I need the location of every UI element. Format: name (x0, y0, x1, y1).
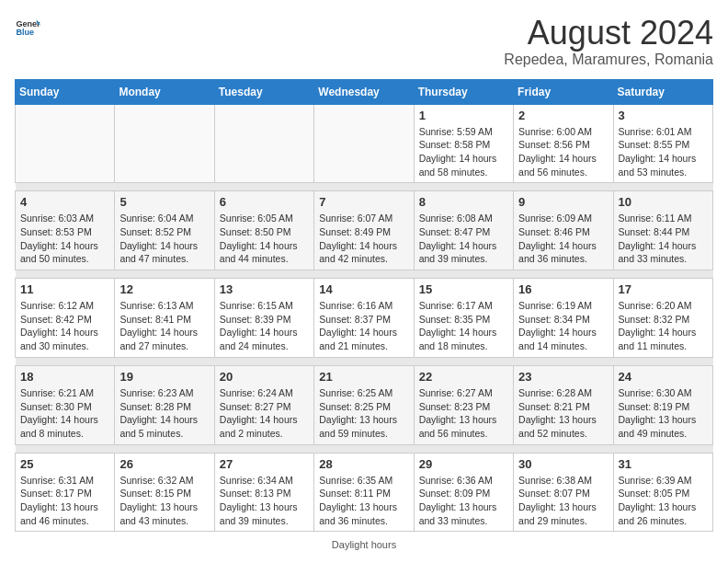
day-info: Sunrise: 6:20 AM Sunset: 8:32 PM Dayligh… (619, 299, 708, 353)
day-info: Sunrise: 6:36 AM Sunset: 8:09 PM Dayligh… (419, 474, 508, 528)
calendar-cell-3: 3Sunrise: 6:01 AM Sunset: 8:55 PM Daylig… (613, 104, 712, 183)
calendar-cell-10: 10Sunrise: 6:11 AM Sunset: 8:44 PM Dayli… (613, 191, 712, 270)
day-info: Sunrise: 6:09 AM Sunset: 8:46 PM Dayligh… (518, 212, 608, 266)
day-number: 11 (20, 282, 109, 296)
calendar-cell-empty (16, 104, 115, 183)
day-info: Sunrise: 6:13 AM Sunset: 8:41 PM Dayligh… (119, 299, 209, 353)
day-info: Sunrise: 6:32 AM Sunset: 8:15 PM Dayligh… (119, 474, 209, 528)
calendar-cell-6: 6Sunrise: 6:05 AM Sunset: 8:50 PM Daylig… (214, 191, 313, 270)
day-info: Sunrise: 6:35 AM Sunset: 8:11 PM Dayligh… (319, 474, 408, 528)
week-separator (16, 444, 713, 453)
day-info: Sunrise: 6:25 AM Sunset: 8:25 PM Dayligh… (319, 386, 408, 441)
week-separator (16, 357, 713, 365)
day-info: Sunrise: 6:34 AM Sunset: 8:13 PM Dayligh… (220, 474, 309, 528)
day-number: 5 (119, 195, 209, 209)
day-info: Sunrise: 6:17 AM Sunset: 8:35 PM Dayligh… (419, 299, 508, 353)
logo-icon: General Blue (15, 15, 40, 40)
day-info: Sunrise: 6:30 AM Sunset: 8:19 PM Dayligh… (619, 386, 708, 441)
day-number: 2 (518, 109, 608, 122)
day-number: 23 (518, 370, 608, 384)
day-info: Sunrise: 6:08 AM Sunset: 8:47 PM Dayligh… (419, 212, 508, 266)
week-row-2: 4Sunrise: 6:03 AM Sunset: 8:53 PM Daylig… (16, 191, 713, 270)
daylight-note: Daylight hours (332, 539, 396, 550)
calendar-cell-20: 20Sunrise: 6:24 AM Sunset: 8:27 PM Dayli… (214, 365, 313, 444)
day-number: 3 (619, 109, 708, 122)
calendar-cell-empty (314, 104, 414, 183)
day-info: Sunrise: 6:04 AM Sunset: 8:52 PM Dayligh… (119, 212, 209, 266)
day-info: Sunrise: 6:11 AM Sunset: 8:44 PM Dayligh… (619, 212, 708, 266)
col-header-wednesday: Wednesday (314, 79, 414, 104)
day-number: 30 (518, 457, 608, 471)
col-header-friday: Friday (514, 79, 613, 104)
week-row-4: 18Sunrise: 6:21 AM Sunset: 8:30 PM Dayli… (16, 365, 713, 444)
week-separator (16, 183, 713, 191)
day-number: 29 (419, 457, 508, 471)
day-number: 8 (419, 195, 508, 209)
day-number: 7 (319, 195, 408, 209)
day-number: 12 (119, 282, 209, 296)
day-number: 4 (20, 195, 109, 209)
col-header-sunday: Sunday (16, 79, 115, 104)
day-number: 26 (119, 457, 209, 471)
calendar-cell-17: 17Sunrise: 6:20 AM Sunset: 8:32 PM Dayli… (613, 279, 712, 358)
day-number: 19 (119, 370, 209, 384)
calendar-cell-2: 2Sunrise: 6:00 AM Sunset: 8:56 PM Daylig… (514, 104, 613, 183)
logo: General Blue (15, 15, 40, 40)
day-info: Sunrise: 6:39 AM Sunset: 8:05 PM Dayligh… (619, 474, 708, 528)
col-header-tuesday: Tuesday (214, 79, 313, 104)
day-number: 16 (518, 282, 608, 296)
calendar-cell-15: 15Sunrise: 6:17 AM Sunset: 8:35 PM Dayli… (414, 279, 513, 358)
day-number: 9 (518, 195, 608, 209)
calendar-cell-7: 7Sunrise: 6:07 AM Sunset: 8:49 PM Daylig… (314, 191, 414, 270)
calendar-cell-27: 27Sunrise: 6:34 AM Sunset: 8:13 PM Dayli… (214, 453, 313, 532)
day-number: 13 (220, 282, 309, 296)
day-info: Sunrise: 6:21 AM Sunset: 8:30 PM Dayligh… (20, 386, 109, 441)
calendar-table: SundayMondayTuesdayWednesdayThursdayFrid… (15, 79, 713, 533)
day-number: 28 (319, 457, 408, 471)
day-number: 18 (20, 370, 109, 384)
day-number: 17 (619, 282, 708, 296)
day-info: Sunrise: 5:59 AM Sunset: 8:58 PM Dayligh… (419, 125, 508, 179)
calendar-cell-4: 4Sunrise: 6:03 AM Sunset: 8:53 PM Daylig… (16, 191, 115, 270)
calendar-header-row: SundayMondayTuesdayWednesdayThursdayFrid… (16, 79, 713, 104)
calendar-cell-12: 12Sunrise: 6:13 AM Sunset: 8:41 PM Dayli… (115, 279, 214, 358)
day-number: 10 (619, 195, 708, 209)
col-header-monday: Monday (115, 79, 214, 104)
calendar-cell-11: 11Sunrise: 6:12 AM Sunset: 8:42 PM Dayli… (16, 279, 115, 358)
main-title: August 2024 (504, 15, 713, 52)
day-info: Sunrise: 6:31 AM Sunset: 8:17 PM Dayligh… (20, 474, 109, 528)
day-info: Sunrise: 6:03 AM Sunset: 8:53 PM Dayligh… (20, 212, 109, 266)
day-number: 1 (419, 109, 508, 122)
calendar-cell-19: 19Sunrise: 6:23 AM Sunset: 8:28 PM Dayli… (115, 365, 214, 444)
calendar-cell-25: 25Sunrise: 6:31 AM Sunset: 8:17 PM Dayli… (16, 453, 115, 532)
title-area: August 2024 Repedea, Maramures, Romania (504, 15, 713, 68)
week-row-5: 25Sunrise: 6:31 AM Sunset: 8:17 PM Dayli… (16, 453, 713, 532)
week-row-3: 11Sunrise: 6:12 AM Sunset: 8:42 PM Dayli… (16, 279, 713, 358)
day-info: Sunrise: 6:38 AM Sunset: 8:07 PM Dayligh… (518, 474, 608, 528)
day-number: 22 (419, 370, 508, 384)
col-header-thursday: Thursday (414, 79, 513, 104)
col-header-saturday: Saturday (613, 79, 712, 104)
day-info: Sunrise: 6:28 AM Sunset: 8:21 PM Dayligh… (518, 386, 608, 441)
footer-note: Daylight hours (15, 539, 713, 550)
day-info: Sunrise: 6:24 AM Sunset: 8:27 PM Dayligh… (220, 386, 309, 441)
day-number: 14 (319, 282, 408, 296)
day-info: Sunrise: 6:16 AM Sunset: 8:37 PM Dayligh… (319, 299, 408, 353)
day-info: Sunrise: 6:23 AM Sunset: 8:28 PM Dayligh… (119, 386, 209, 441)
calendar-cell-29: 29Sunrise: 6:36 AM Sunset: 8:09 PM Dayli… (414, 453, 513, 532)
calendar-cell-empty (214, 104, 313, 183)
calendar-cell-31: 31Sunrise: 6:39 AM Sunset: 8:05 PM Dayli… (613, 453, 712, 532)
day-number: 27 (220, 457, 309, 471)
day-info: Sunrise: 6:07 AM Sunset: 8:49 PM Dayligh… (319, 212, 408, 266)
sub-title: Repedea, Maramures, Romania (504, 52, 713, 68)
calendar-cell-18: 18Sunrise: 6:21 AM Sunset: 8:30 PM Dayli… (16, 365, 115, 444)
page-header: General Blue August 2024 Repedea, Maramu… (15, 15, 713, 68)
calendar-cell-23: 23Sunrise: 6:28 AM Sunset: 8:21 PM Dayli… (514, 365, 613, 444)
day-number: 25 (20, 457, 109, 471)
day-info: Sunrise: 6:19 AM Sunset: 8:34 PM Dayligh… (518, 299, 608, 353)
day-number: 21 (319, 370, 408, 384)
day-info: Sunrise: 6:15 AM Sunset: 8:39 PM Dayligh… (220, 299, 309, 353)
calendar-cell-28: 28Sunrise: 6:35 AM Sunset: 8:11 PM Dayli… (314, 453, 414, 532)
calendar-cell-empty (115, 104, 214, 183)
day-info: Sunrise: 6:27 AM Sunset: 8:23 PM Dayligh… (419, 386, 508, 441)
